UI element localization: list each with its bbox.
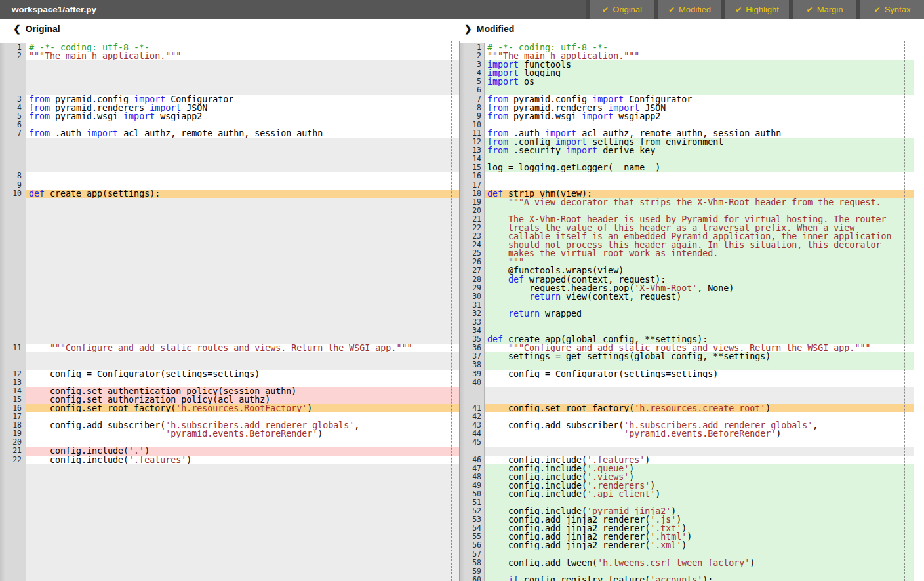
code-line[interactable]: from pyramid.renderers import JSON: [26, 104, 459, 112]
code-line[interactable]: import functools: [485, 60, 914, 69]
filler-line: [26, 490, 459, 498]
original-editor-pane[interactable]: 1# -*- coding: utf-8 -*-2"""The main h a…: [0, 41, 459, 581]
filler-line: [26, 258, 459, 266]
code-line[interactable]: request.headers.pop('X-Vhm-Root', None): [485, 284, 914, 292]
code-line[interactable]: config.set_authentication_policy(session…: [26, 387, 459, 395]
code-line[interactable]: [485, 438, 914, 447]
code-line[interactable]: """Configure and add static routes and v…: [485, 344, 914, 352]
code-line[interactable]: import os: [485, 77, 914, 86]
code-line[interactable]: config.include('.'): [26, 447, 459, 455]
code-line[interactable]: import logging: [485, 69, 914, 77]
code-line[interactable]: config.add_jinja2_renderer('.txt'): [485, 524, 914, 532]
code-line[interactable]: """The main h application.""": [26, 52, 459, 60]
code-line[interactable]: config.include('.features'): [26, 456, 459, 464]
code-line[interactable]: config.add_tween('h.tweens.csrf_tween_fa…: [485, 559, 914, 567]
code-line[interactable]: config.set_root_factory('h.resources.Roo…: [26, 404, 459, 412]
code-line[interactable]: """A view decorator that strips the X-Vh…: [485, 198, 914, 207]
code-line[interactable]: settings = get_settings(global_config, *…: [485, 352, 914, 361]
code-line[interactable]: [485, 378, 914, 387]
code-line[interactable]: config.add_jinja2_renderer('.html'): [485, 532, 914, 541]
code-line[interactable]: def strip_vhm(view):: [485, 190, 914, 198]
toggle-modified-button[interactable]: ✔ Modified: [658, 0, 721, 19]
code-line[interactable]: [485, 172, 914, 180]
code-line[interactable]: [26, 172, 459, 180]
code-line[interactable]: from pyramid.wsgi import wsgiapp2: [485, 112, 914, 121]
code-line[interactable]: config.include('.features'): [485, 456, 914, 464]
code-line[interactable]: log = logging.getLogger(__name__): [485, 163, 914, 172]
code-line[interactable]: should not process this header again. In…: [485, 241, 914, 249]
code-line[interactable]: """Configure and add static routes and v…: [26, 344, 459, 352]
code-line[interactable]: [485, 361, 914, 369]
code-line[interactable]: return view(context, request): [485, 292, 914, 301]
code-line[interactable]: from pyramid.config import Configurator: [26, 95, 459, 104]
code-line[interactable]: def create_app(settings):: [26, 190, 459, 198]
code-line[interactable]: [26, 438, 459, 447]
line-number: 59: [460, 567, 485, 576]
line-number: 4: [0, 104, 26, 112]
code-line[interactable]: config.include('pyramid_jinja2'): [485, 507, 914, 515]
code-line[interactable]: treats the value of this header as a tra…: [485, 224, 914, 232]
code-line[interactable]: [485, 86, 914, 94]
modified-editor-pane[interactable]: 1# -*- coding: utf-8 -*-2"""The main h a…: [459, 41, 914, 581]
code-line[interactable]: 'pyramid.events.BeforeRender'): [485, 430, 914, 438]
code-line[interactable]: [485, 550, 914, 559]
line-number: 2: [0, 52, 26, 60]
code-line[interactable]: return wrapped: [485, 310, 914, 318]
code-line[interactable]: # -*- coding: utf-8 -*-: [26, 43, 459, 52]
code-line[interactable]: The X-Vhm-Root header is used by Pyramid…: [485, 215, 914, 224]
toggle-highlight-button[interactable]: ✔ Highlight: [725, 0, 789, 19]
code-line[interactable]: """The main h application.""": [485, 52, 914, 60]
code-line[interactable]: [485, 121, 914, 129]
code-line[interactable]: from .auth import acl_authz, remote_auth…: [26, 129, 459, 138]
code-line[interactable]: config.set_authorization_policy(acl_auth…: [26, 395, 459, 404]
code-line[interactable]: # -*- coding: utf-8 -*-: [485, 43, 914, 52]
code-line[interactable]: makes the virtual root work as intended.: [485, 249, 914, 258]
code-line[interactable]: config.include('.api_client'): [485, 490, 914, 498]
code-line[interactable]: [26, 412, 459, 421]
filler-line: [26, 541, 459, 550]
toggle-margin-button[interactable]: ✔ Margin: [793, 0, 856, 19]
code-line[interactable]: from pyramid.renderers import JSON: [485, 104, 914, 112]
code-line[interactable]: from pyramid.wsgi import wsgiapp2: [26, 112, 459, 121]
code-line[interactable]: config = Configurator(settings=settings): [485, 370, 914, 378]
code-line[interactable]: [485, 327, 914, 335]
line-number: [0, 524, 26, 532]
code-line[interactable]: from pyramid.config import Configurator: [485, 95, 914, 104]
vertical-scrollbar[interactable]: [914, 41, 924, 581]
code-line[interactable]: def create_app(global_config, **settings…: [485, 335, 914, 344]
line-number: [0, 352, 26, 361]
code-line[interactable]: [485, 301, 914, 310]
code-line[interactable]: config.include('.renderers'): [485, 481, 914, 490]
code-line[interactable]: config.set_root_factory('h.resources.cre…: [485, 404, 914, 412]
code-line[interactable]: config.include('.views'): [485, 473, 914, 481]
line-number: [0, 318, 26, 327]
code-line[interactable]: [485, 567, 914, 576]
toggle-syntax-button[interactable]: ✔ Syntax: [860, 0, 924, 19]
code-line[interactable]: [485, 318, 914, 327]
code-line[interactable]: def wrapped(context, request):: [485, 275, 914, 284]
code-line[interactable]: [485, 207, 914, 215]
code-line[interactable]: config.add_jinja2_renderer('.xml'): [485, 541, 914, 550]
line-number: [0, 241, 26, 249]
code-line[interactable]: [26, 378, 459, 387]
code-line[interactable]: """: [485, 258, 914, 266]
code-line[interactable]: [26, 181, 459, 190]
code-line[interactable]: config.add_subscriber('h.subscribers.add…: [26, 421, 459, 430]
code-line[interactable]: config.include('.queue'): [485, 464, 914, 473]
code-line[interactable]: [485, 181, 914, 190]
code-line[interactable]: from .security import derive_key: [485, 146, 914, 155]
code-line[interactable]: callable itself is an embedded Pyramid a…: [485, 232, 914, 241]
code-line[interactable]: config.add_jinja2_renderer('.js'): [485, 515, 914, 524]
code-line[interactable]: [485, 412, 914, 421]
code-line[interactable]: config.add_subscriber('h.subscribers.add…: [485, 421, 914, 430]
code-line[interactable]: @functools.wraps(view): [485, 266, 914, 275]
code-line[interactable]: config = Configurator(settings=settings): [26, 370, 459, 378]
code-line[interactable]: [485, 498, 914, 507]
code-line[interactable]: if config.registry.feature('accounts'):: [485, 576, 914, 581]
code-line[interactable]: 'pyramid.events.BeforeRender'): [26, 430, 459, 438]
code-line[interactable]: [485, 155, 914, 163]
toggle-original-button[interactable]: ✔ Original: [590, 0, 654, 19]
code-line[interactable]: from .config import settings_from_enviro…: [485, 138, 914, 146]
code-line[interactable]: [26, 121, 459, 129]
code-line[interactable]: from .auth import acl_authz, remote_auth…: [485, 129, 914, 138]
